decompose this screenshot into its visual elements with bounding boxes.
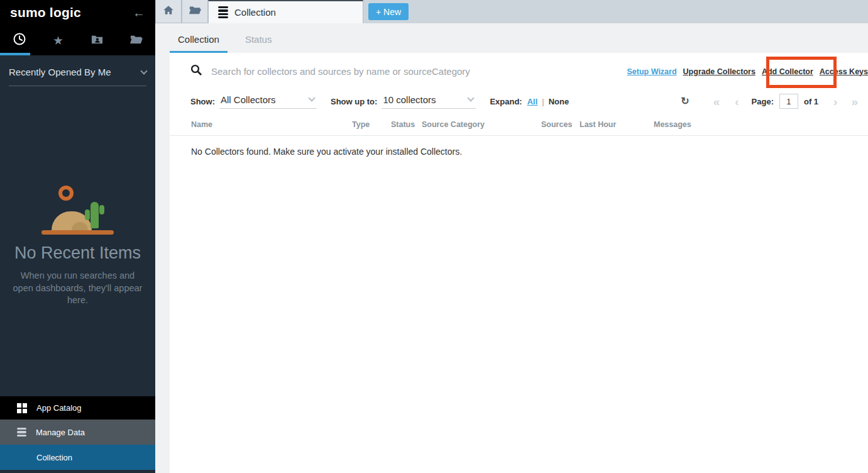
show-label: Show: bbox=[190, 97, 215, 106]
sidebar-item-collection[interactable]: Collection bbox=[0, 445, 155, 470]
sun-icon bbox=[58, 186, 74, 201]
grid-icon bbox=[17, 403, 27, 413]
recent-section: Recently Opened By Me bbox=[0, 55, 155, 86]
sidebar-tab-personal[interactable] bbox=[78, 25, 117, 55]
database-icon bbox=[17, 428, 26, 437]
show-up-to-select[interactable]: 10 collectors bbox=[382, 94, 476, 109]
column-header-last-hour: Last Hour bbox=[580, 120, 654, 129]
chevron-down-icon bbox=[140, 67, 147, 74]
show-select[interactable]: All Collectors bbox=[219, 94, 317, 109]
page-label: Page: bbox=[752, 97, 774, 106]
show-up-to-select-value: 10 collectors bbox=[383, 94, 436, 105]
folder-icon bbox=[129, 33, 143, 48]
tab-status[interactable]: Status bbox=[237, 34, 280, 53]
no-recent-items-title: No Recent Items bbox=[0, 243, 155, 263]
new-button[interactable]: + New bbox=[368, 3, 409, 20]
active-tab-indicator bbox=[0, 53, 30, 55]
empty-table-message: No Collectors found. Make sure you activ… bbox=[170, 136, 868, 157]
show-up-to-label: Show up to: bbox=[331, 97, 377, 106]
database-icon bbox=[218, 6, 228, 19]
document-tab-bar: Collection + New bbox=[155, 0, 868, 23]
star-icon: ★ bbox=[53, 35, 63, 47]
sidebar-tab-favorites[interactable]: ★ bbox=[39, 25, 78, 55]
column-header-type: Type bbox=[352, 120, 391, 129]
collapse-sidebar-icon[interactable]: ← bbox=[133, 6, 145, 19]
collection-document-tab[interactable]: Collection bbox=[208, 0, 363, 23]
nav-item-label: Collection bbox=[36, 453, 72, 462]
cactus-icon bbox=[91, 202, 99, 228]
setup-wizard-link[interactable]: Setup Wizard bbox=[627, 67, 677, 76]
home-icon bbox=[162, 4, 175, 19]
column-header-sources: Sources bbox=[541, 120, 580, 129]
column-header-name: Name bbox=[191, 120, 352, 129]
sidebar-item-manage-data[interactable]: Manage Data bbox=[0, 420, 155, 445]
sidebar: sumo logic ← ★ bbox=[0, 0, 155, 473]
nav-item-label: Manage Data bbox=[36, 428, 85, 437]
next-page-icon[interactable]: › bbox=[833, 96, 837, 108]
access-keys-link[interactable]: Access Keys bbox=[820, 67, 868, 76]
filters-row: Show: All Collectors Show up to: 10 coll… bbox=[170, 92, 868, 111]
ground-shape bbox=[41, 230, 114, 235]
empty-state-illustration bbox=[0, 186, 155, 235]
last-page-icon[interactable]: » bbox=[851, 96, 858, 108]
sidebar-icon-tabs: ★ bbox=[0, 25, 155, 55]
page-number-input[interactable] bbox=[779, 94, 798, 109]
sidebar-item-app-catalog[interactable]: App Catalog bbox=[0, 396, 155, 420]
page-tabs: Collection Status bbox=[155, 23, 868, 53]
expand-all-link[interactable]: All bbox=[527, 97, 538, 106]
expand-none-link[interactable]: None bbox=[549, 97, 569, 106]
chevron-down-icon bbox=[468, 94, 475, 101]
search-box bbox=[190, 64, 538, 79]
library-tab-button[interactable] bbox=[182, 0, 208, 23]
folder-icon bbox=[189, 4, 201, 19]
chevron-down-icon bbox=[308, 94, 315, 101]
document-tab-label: Collection bbox=[234, 7, 276, 18]
app-window: sumo logic ← ★ bbox=[0, 0, 868, 473]
add-collector-link[interactable]: Add Collector bbox=[762, 67, 813, 76]
first-page-icon[interactable]: « bbox=[713, 96, 720, 108]
sidebar-header: sumo logic ← bbox=[0, 0, 155, 25]
toolbar-links: Setup Wizard Upgrade Collectors Add Coll… bbox=[627, 67, 868, 76]
recent-section-dropdown[interactable]: Recently Opened By Me bbox=[9, 67, 146, 86]
nav-item-label: App Catalog bbox=[36, 403, 82, 413]
search-icon bbox=[190, 64, 202, 79]
pagination: ↻ « ‹ Page: of 1 › » bbox=[681, 94, 859, 109]
page-of-label: of 1 bbox=[804, 97, 818, 106]
collectors-toolbar: Setup Wizard Upgrade Collectors Add Coll… bbox=[170, 53, 868, 79]
column-header-messages: Messages bbox=[654, 120, 868, 129]
column-header-source-category: Source Category bbox=[422, 120, 541, 129]
expand-label: Expand: bbox=[490, 97, 522, 106]
sidebar-body: Recently Opened By Me No Recent Items Wh… bbox=[0, 55, 155, 473]
no-recent-items-subtitle: When you run searches and open dashboard… bbox=[0, 270, 155, 307]
expand-separator: | bbox=[542, 97, 544, 106]
app-logo: sumo logic bbox=[10, 5, 81, 20]
previous-page-icon[interactable]: ‹ bbox=[735, 96, 739, 108]
column-header-status: Status bbox=[391, 120, 422, 129]
main-area: Collection + New Collection Status Setup… bbox=[155, 0, 868, 473]
content-panel: Setup Wizard Upgrade Collectors Add Coll… bbox=[170, 53, 868, 473]
sidebar-tab-recents[interactable] bbox=[0, 25, 39, 55]
user-folder-icon bbox=[91, 33, 104, 48]
sidebar-tab-library[interactable] bbox=[116, 25, 155, 55]
tab-collection[interactable]: Collection bbox=[170, 34, 228, 53]
show-select-value: All Collectors bbox=[221, 94, 276, 105]
recent-section-title: Recently Opened By Me bbox=[9, 67, 111, 77]
upgrade-collectors-link[interactable]: Upgrade Collectors bbox=[683, 67, 755, 76]
collectors-table-header: Name Type Status Source Category Sources… bbox=[170, 120, 868, 136]
home-tab-button[interactable] bbox=[155, 0, 182, 23]
refresh-icon[interactable]: ↻ bbox=[681, 96, 689, 106]
clock-icon bbox=[13, 32, 26, 48]
search-input[interactable] bbox=[211, 66, 538, 77]
sidebar-bottom-nav: App Catalog Manage Data Collection bbox=[0, 396, 155, 473]
